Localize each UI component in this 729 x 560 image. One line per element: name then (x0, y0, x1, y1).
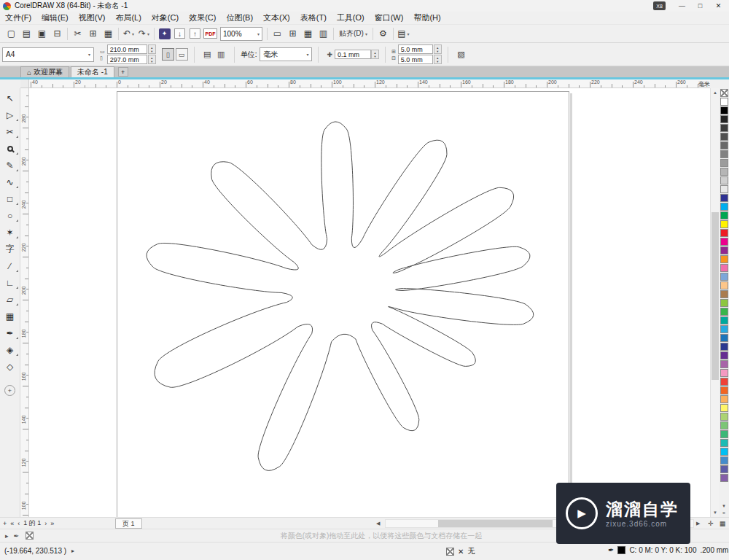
minimize-button[interactable]: — (673, 1, 691, 11)
color-swatch[interactable] (720, 369, 728, 377)
connector-tool[interactable]: ∟ (1, 274, 20, 291)
redo-button[interactable]: ↷▾ (136, 26, 152, 41)
last-page-button[interactable]: » (50, 520, 54, 527)
duplicate-y-input[interactable]: 5.0 mm (398, 55, 433, 64)
vertical-scrollbar[interactable]: ▲ ▼ (710, 88, 719, 517)
landscape-button[interactable]: ▭ (176, 48, 188, 61)
add-page-button[interactable]: + (3, 520, 7, 527)
menu-item[interactable]: 帮助(H) (408, 12, 445, 24)
snap-to-button[interactable]: 贴齐(D)▾ (336, 26, 370, 41)
nudge-spinner[interactable]: ▲▼ (371, 50, 379, 59)
cut-button[interactable]: ✂ (70, 26, 85, 41)
close-button[interactable]: ✕ (709, 1, 728, 11)
shape-tool[interactable]: ▷ (1, 106, 20, 123)
import-button[interactable]: ↓ (172, 26, 187, 41)
rectangle-tool[interactable]: □ (1, 190, 20, 207)
polygon-tool[interactable]: ✶ (1, 224, 20, 241)
horizontal-scroll-thumb[interactable] (438, 520, 553, 527)
status-flyout-icon[interactable]: ▸ (71, 548, 74, 554)
nudge-input[interactable]: 0.1 mm (335, 50, 371, 59)
document-palette-flyout-icon[interactable]: ▸ (5, 532, 9, 540)
color-swatch[interactable] (720, 115, 728, 123)
menu-item[interactable]: 工具(O) (332, 12, 370, 24)
color-swatch[interactable] (720, 211, 728, 219)
color-swatch[interactable] (720, 430, 728, 438)
menu-item[interactable]: 对象(C) (147, 12, 184, 24)
customize-toolbox-button[interactable]: + (4, 385, 15, 396)
search-content-button[interactable]: ✦ (157, 26, 172, 41)
title-badge-icon[interactable]: X8 (653, 1, 666, 10)
new-document-tab-button[interactable]: + (118, 67, 128, 77)
color-swatch[interactable] (720, 203, 728, 211)
crop-tool[interactable]: ✂ (1, 123, 20, 140)
tab-document-1[interactable]: 未命名 -1 (71, 66, 114, 77)
color-swatch[interactable] (720, 351, 728, 359)
color-swatch[interactable] (720, 360, 728, 368)
color-swatch[interactable] (720, 308, 728, 316)
previous-page-button[interactable]: ‹ (17, 520, 20, 527)
dimension-tool[interactable]: ∕ (1, 257, 20, 274)
menu-item[interactable]: 位图(B) (221, 12, 258, 24)
save-button[interactable]: ▣ (34, 26, 50, 41)
color-swatch[interactable] (720, 299, 728, 307)
color-swatch[interactable] (720, 220, 728, 228)
color-swatch[interactable] (720, 404, 728, 412)
horizontal-ruler[interactable]: 毫米 4020020406080100120140160180200220240… (29, 79, 710, 88)
menu-item[interactable]: 布局(L) (110, 12, 146, 24)
palette-scroll-button[interactable]: ▾ (722, 503, 725, 509)
no-color-swatch[interactable] (720, 89, 728, 97)
menu-item[interactable]: 文件(F) (0, 12, 36, 24)
next-page-button[interactable]: › (44, 520, 47, 527)
show-grid-button[interactable]: ▦ (300, 26, 316, 41)
h-scroll-left-button[interactable]: ◀ (376, 521, 380, 526)
color-swatch[interactable] (720, 264, 728, 272)
color-swatch[interactable] (720, 448, 728, 456)
open-button[interactable]: ▤ (19, 26, 34, 41)
page-sorter-button[interactable]: ▦ (717, 518, 728, 529)
color-swatch[interactable] (720, 229, 728, 237)
color-swatch[interactable] (720, 133, 728, 141)
ruler-origin-corner[interactable] (20, 79, 29, 88)
new-document-button[interactable]: ▢ (4, 26, 19, 41)
palette-flyout-button[interactable]: » (722, 510, 725, 516)
color-swatch[interactable] (720, 141, 728, 149)
maximize-button[interactable]: □ (691, 1, 709, 11)
full-screen-preview-button[interactable]: ▭ (270, 26, 285, 41)
color-swatch[interactable] (720, 273, 728, 281)
color-swatch[interactable] (720, 421, 728, 429)
color-swatch[interactable] (720, 343, 728, 351)
artistic-media-tool[interactable]: ∿ (1, 174, 20, 190)
menu-item[interactable]: 表格(T) (295, 12, 332, 24)
export-button[interactable]: ↑ (187, 26, 203, 41)
color-swatch[interactable] (720, 456, 728, 464)
color-swatch[interactable] (720, 378, 728, 386)
tab-welcome-screen[interactable]: ⌂ 欢迎屏幕 (20, 66, 69, 77)
options-button[interactable]: ⚙ (375, 26, 391, 41)
color-swatch[interactable] (720, 474, 728, 482)
color-swatch[interactable] (720, 334, 728, 342)
page-size-preset-select[interactable]: A4 ▾ (2, 47, 94, 62)
color-swatch[interactable] (720, 185, 728, 193)
page-height-input[interactable]: 297.0 mm (107, 55, 147, 64)
color-swatch[interactable] (720, 395, 728, 403)
transparency-tool[interactable]: ▦ (1, 308, 20, 324)
color-swatch[interactable] (720, 238, 728, 246)
document-palette-none-swatch[interactable] (26, 532, 34, 540)
page-width-spinner[interactable]: ▲▼ (148, 44, 156, 54)
smart-fill-tool[interactable]: ◇ (1, 358, 20, 375)
ellipse-tool[interactable]: ○ (1, 207, 20, 224)
color-swatch[interactable] (720, 439, 728, 447)
color-swatch[interactable] (720, 316, 728, 324)
duplicate-x-spinner[interactable]: ▲▼ (434, 44, 442, 54)
print-button[interactable]: ⊟ (50, 26, 65, 41)
zoom-tool[interactable] (1, 140, 20, 157)
color-swatch[interactable] (720, 246, 728, 254)
drop-shadow-tool[interactable]: ▱ (1, 291, 20, 308)
color-eyedropper-tool[interactable]: ✒ (1, 324, 20, 341)
undo-button[interactable]: ↶▾ (121, 26, 136, 41)
freehand-tool[interactable]: ✎ (1, 157, 20, 174)
vertical-scroll-thumb[interactable] (712, 212, 719, 380)
document-palette-eyedropper-icon[interactable]: ✒ (14, 532, 20, 540)
pick-tool[interactable]: ↖ (1, 90, 20, 106)
color-swatch[interactable] (720, 150, 728, 158)
